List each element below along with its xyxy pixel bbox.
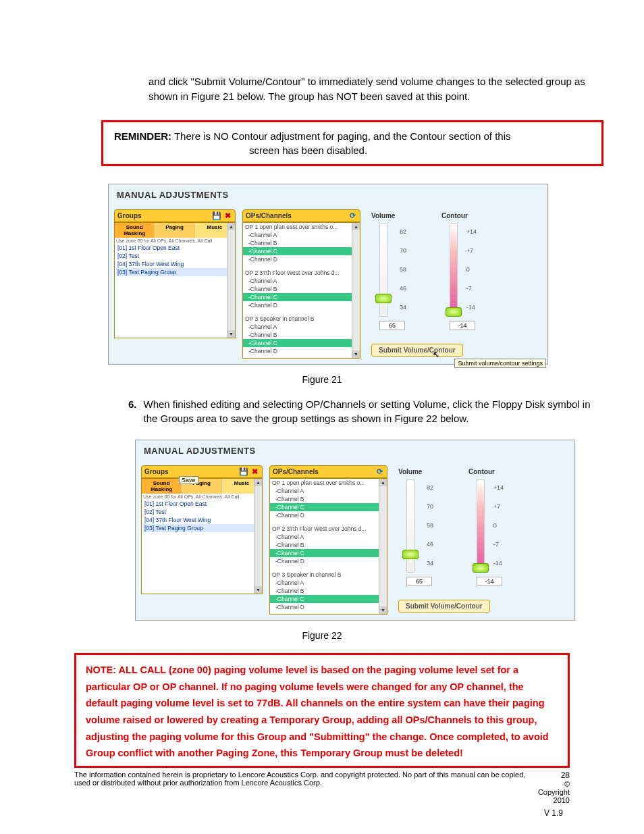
group-item[interactable]: [02] Test	[143, 508, 261, 516]
scrollbar[interactable]: ▲ ▼	[352, 223, 360, 358]
intro-paragraph: and click "Submit Volume/Contour" to imm…	[149, 74, 603, 104]
volume-slider[interactable]: 82 70 58 46 34	[398, 478, 433, 573]
channel-item[interactable]: -Channel A	[270, 533, 379, 541]
close-icon[interactable]: ✖	[223, 211, 232, 220]
channel-item[interactable]: -Channel D	[270, 511, 379, 519]
channel-item[interactable]: -Channel A	[243, 323, 352, 331]
footer-proprietary-text: The information contained herein is prop…	[74, 771, 525, 787]
tab-paging[interactable]: Paging	[155, 223, 194, 238]
group-item[interactable]: [04] 37th Floor West Wing	[143, 516, 261, 524]
groups-listbox[interactable]: Sound Masking Paging Music Use zone 00 f…	[141, 478, 263, 594]
ops-header: OPs/Channels ⟳	[242, 209, 360, 222]
submit-volume-contour-button[interactable]: Submit Volume/Contour	[398, 600, 490, 613]
contour-label: Contour	[441, 212, 495, 219]
op-item[interactable]: OP 3 Speaker in channel B	[243, 315, 352, 323]
manual-adjustments-panel: MANUAL ADJUSTMENTS Groups 💾 ✖ Sound Mask…	[108, 184, 548, 365]
tab-sound-masking[interactable]: Sound Masking	[142, 479, 182, 494]
groups-hint: Use zone 00 for All OPs, All Channels, A…	[142, 494, 262, 500]
save-icon[interactable]: 💾	[239, 467, 248, 476]
ops-listbox[interactable]: OP 1 open plan east over smiths o...-Cha…	[242, 222, 360, 359]
page-number: 28	[532, 771, 570, 780]
volume-thumb[interactable]	[402, 550, 419, 559]
op-item[interactable]: OP 1 open plan east over smiths o...	[243, 223, 352, 231]
groups-listbox[interactable]: Sound Masking Paging Music Use zone 00 f…	[114, 222, 236, 338]
ops-listbox[interactable]: OP 1 open plan east over smiths o...-Cha…	[269, 478, 387, 615]
channel-item[interactable]: -Channel B	[270, 495, 379, 503]
channel-item[interactable]: -Channel D	[243, 301, 352, 309]
channel-item[interactable]: -Channel C	[270, 503, 379, 511]
ops-header-label: OPs/Channels	[273, 468, 319, 475]
figure-21: MANUAL ADJUSTMENTS Groups 💾 ✖ Sound Mask…	[108, 184, 603, 365]
footer: The information contained herein is prop…	[74, 771, 570, 804]
channel-item[interactable]: -Channel C	[270, 549, 379, 557]
scroll-down-icon[interactable]: ▼	[352, 350, 360, 358]
channel-item[interactable]: -Channel A	[270, 579, 379, 587]
channel-item[interactable]: -Channel A	[243, 231, 352, 239]
reminder-text-1: There is NO Contour adjustment for pagin…	[174, 130, 511, 142]
step-6-number: 6.	[128, 397, 137, 427]
scrollbar[interactable]: ▲ ▼	[227, 223, 235, 338]
op-item[interactable]: OP 3 Speaker in channel B	[270, 571, 379, 579]
step-6-text: When finished editing and selecting OP/C…	[144, 397, 603, 427]
scrollbar[interactable]: ▲ ▼	[379, 479, 387, 614]
channel-item[interactable]: -Channel A	[270, 487, 379, 495]
scroll-up-icon[interactable]: ▲	[352, 223, 360, 230]
channel-item[interactable]: -Channel B	[270, 541, 379, 549]
contour-value[interactable]: -14	[477, 577, 502, 586]
reminder-label: REMINDER:	[114, 130, 171, 142]
channel-item[interactable]: -Channel B	[270, 587, 379, 595]
channel-item[interactable]: -Channel D	[270, 557, 379, 565]
cursor-icon: ↖	[433, 350, 439, 359]
contour-value[interactable]: -14	[450, 321, 475, 330]
refresh-icon[interactable]: ⟳	[348, 211, 357, 220]
copyright: © Copyright 2010	[532, 780, 570, 804]
figure-22-caption: Figure 22	[41, 630, 603, 641]
scroll-up-icon[interactable]: ▲	[379, 479, 387, 486]
channel-item[interactable]: -Channel D	[270, 603, 379, 611]
save-icon[interactable]: 💾	[212, 211, 221, 220]
channel-item[interactable]: -Channel B	[243, 331, 352, 339]
group-item[interactable]: [03] Test Paging Group	[116, 268, 234, 276]
tab-sound-masking[interactable]: Sound Masking	[115, 223, 155, 238]
scroll-down-icon[interactable]: ▼	[227, 330, 235, 338]
channel-item[interactable]: -Channel D	[243, 255, 352, 263]
scroll-up-icon[interactable]: ▲	[254, 479, 262, 486]
volume-label: Volume	[371, 212, 425, 219]
group-item[interactable]: [01] 1st Floor Open East	[116, 244, 234, 252]
contour-thumb[interactable]	[473, 563, 489, 573]
channel-item[interactable]: -Channel C	[243, 339, 352, 347]
volume-value[interactable]: 65	[406, 577, 432, 586]
volume-thumb[interactable]	[375, 294, 392, 303]
submit-volume-contour-button[interactable]: Submit Volume/Contour ↖	[371, 344, 463, 357]
refresh-icon[interactable]: ⟳	[375, 467, 384, 476]
scrollbar[interactable]: ▲ ▼	[254, 479, 262, 594]
volume-value[interactable]: 65	[379, 321, 405, 330]
channel-item[interactable]: -Channel B	[243, 239, 352, 247]
op-item[interactable]: OP 2 37th Floor West over Johns d...	[270, 525, 379, 533]
group-item[interactable]: [02] Test	[116, 252, 234, 260]
scroll-down-icon[interactable]: ▼	[254, 586, 262, 594]
channel-item[interactable]: -Channel C	[243, 247, 352, 255]
channel-item[interactable]: -Channel C	[243, 293, 352, 301]
scroll-up-icon[interactable]: ▲	[227, 223, 235, 230]
channel-item[interactable]: -Channel B	[243, 285, 352, 293]
figure-21-caption: Figure 21	[41, 374, 603, 385]
groups-hint: Use zone 00 for All OPs, All Channels, A…	[115, 238, 235, 244]
ops-header-label: OPs/Channels	[246, 212, 292, 219]
channel-item[interactable]: -Channel A	[243, 277, 352, 285]
op-item[interactable]: OP 1 open plan east over smiths o...	[270, 479, 379, 487]
contour-thumb[interactable]	[446, 307, 462, 317]
op-item[interactable]: OP 2 37th Floor West over Johns d...	[243, 269, 352, 277]
channel-item[interactable]: -Channel C	[270, 595, 379, 603]
close-icon[interactable]: ✖	[250, 467, 259, 476]
group-item[interactable]: [01] 1st Floor Open East	[143, 500, 261, 508]
group-item[interactable]: [03] Test Paging Group	[143, 524, 261, 532]
group-item[interactable]: [04] 37th Floor West Wing	[116, 260, 234, 268]
contour-slider[interactable]: +14 +7 0 -7 -14	[441, 222, 477, 317]
submit-tooltip: Submit volume/contour settings	[454, 359, 546, 368]
volume-slider[interactable]: 82 70 58 46 34	[371, 222, 406, 317]
scroll-down-icon[interactable]: ▼	[379, 606, 387, 614]
contour-slider[interactable]: +14 +7 0 -7 -14	[468, 478, 504, 573]
channel-item[interactable]: -Channel D	[243, 347, 352, 355]
reminder-text-2: screen has been disabled.	[114, 143, 591, 157]
